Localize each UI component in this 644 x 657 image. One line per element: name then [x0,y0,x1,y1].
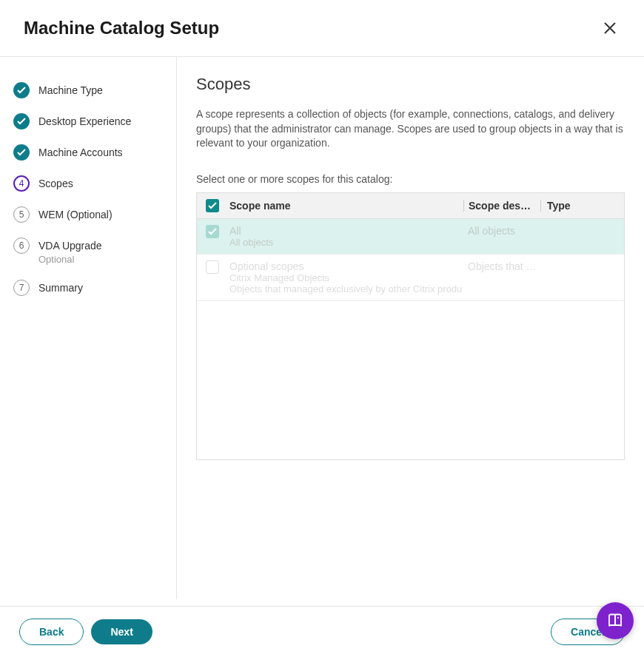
row-sub2: Objects that managed exclusively by othe… [229,283,463,294]
select-all-checkbox[interactable] [206,199,219,212]
check-icon [208,202,217,209]
select-instruction: Select one or more scopes for this catal… [196,173,625,185]
scope-table: Scope name Scope descrip… Type All All o… [196,192,625,460]
step-indicator-pending: 5 [13,206,30,223]
check-icon [17,87,26,94]
step-indicator-completed [13,82,30,98]
page-title: Machine Catalog Setup [24,18,219,38]
row-sub: All objects [229,237,463,248]
step-number: 4 [19,178,24,189]
table-header-row: Scope name Scope descrip… Type [197,193,624,219]
row-sub: Citrix Managed Objects [229,272,463,283]
step-indicator-pending: 6 [13,237,30,254]
row-name-block: All All objects [229,225,463,248]
step-number: 7 [19,283,24,293]
step-indicator-active: 4 [13,175,30,192]
step-label: VDA Upgrade [38,240,102,252]
close-icon [602,20,618,36]
step-label-wrap: VDA Upgrade Optional [38,237,102,265]
step-desktop-experience[interactable]: Desktop Experience [13,106,167,137]
help-fab[interactable] [597,602,634,639]
row-checkbox[interactable] [206,260,219,274]
step-indicator-completed [13,144,30,161]
column-header-desc[interactable]: Scope descrip… [463,200,541,212]
check-icon [17,149,26,156]
step-label: Machine Accounts [38,144,123,161]
step-vda-upgrade[interactable]: 6 VDA Upgrade Optional [13,230,167,272]
step-indicator-completed [13,113,30,129]
check-icon [17,118,26,125]
footer-left: Back Next [19,619,152,645]
step-label: WEM (Optional) [38,206,113,223]
step-machine-accounts[interactable]: Machine Accounts [13,137,167,168]
panel-title: Scopes [196,75,625,94]
table-row[interactable]: All All objects All objects [197,219,624,255]
row-checkbox[interactable] [206,225,219,238]
step-scopes[interactable]: 4 Scopes [13,168,167,199]
row-check-cell [206,225,229,238]
panel-description: A scope represents a collection of objec… [196,107,625,151]
row-desc: All objects [463,225,541,237]
row-name-block: Optional scopes Citrix Managed Objects O… [229,260,463,294]
row-name: All [229,225,463,237]
step-label: Desktop Experience [38,113,131,129]
select-all-cell [206,199,229,212]
step-machine-type[interactable]: Machine Type [13,75,167,106]
wizard-footer: Back Next Cancel [0,606,644,657]
column-header-type[interactable]: Type [541,200,615,212]
book-sparkle-icon [606,612,624,630]
step-summary[interactable]: 7 Summary [13,272,167,303]
step-label: Summary [38,280,83,296]
table-row[interactable]: Optional scopes Citrix Managed Objects O… [197,255,624,301]
wizard-sidebar: Machine Type Desktop Experience Machine … [0,57,177,599]
step-number: 6 [19,240,24,251]
table-body: All All objects All objects Optional sco… [197,219,624,459]
row-check-cell [206,260,229,274]
row-name: Optional scopes [229,260,463,272]
main-panel: Scopes A scope represents a collection o… [177,57,644,599]
next-button[interactable]: Next [91,619,152,644]
back-button[interactable]: Back [19,619,84,645]
row-desc: Objects that m… [463,260,541,272]
step-wem[interactable]: 5 WEM (Optional) [13,199,167,230]
step-indicator-pending: 7 [13,280,30,296]
step-number: 5 [19,209,24,220]
step-sublabel: Optional [38,254,102,265]
column-header-name[interactable]: Scope name [229,200,463,212]
wizard-header: Machine Catalog Setup [0,0,644,57]
check-icon [208,228,217,235]
step-label: Machine Type [38,82,103,98]
close-button[interactable] [600,18,620,38]
step-label: Scopes [38,175,73,192]
content-area: Machine Type Desktop Experience Machine … [0,57,644,599]
